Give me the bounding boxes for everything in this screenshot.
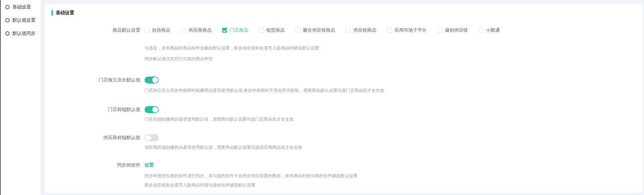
sync-support-hint: 同步默认值仅支持已勾选的商品类型	[144, 56, 643, 62]
checkbox-icon	[144, 28, 149, 33]
checkbox-product-type-3[interactable]: 租赁商品	[259, 27, 285, 33]
sidebar-item-label: 默认值设置	[12, 17, 36, 23]
store-front-default-desc: 门店前端创建商品是否使用默认值，需要商品默认设置勾选门店商品后才会生效	[144, 116, 643, 122]
row-product-default-settings: 商品默认设置 自营商品供应商商品门店商品租赁商品聚合供应链商品供应链商品应用市场…	[51, 27, 643, 33]
checkbox-product-type-8[interactable]: 小鹅通	[479, 27, 500, 33]
checkbox-icon	[295, 28, 300, 33]
row-sync-widget: 同步的挂件 设置	[51, 162, 643, 168]
row-store-backend-default: 门店独立后台默认值	[51, 77, 643, 84]
checkbox-label: 自营商品	[152, 27, 170, 33]
checkbox-product-type-1[interactable]: 供应商商品	[181, 27, 212, 33]
checkbox-icon	[181, 28, 186, 33]
checkbox-product-type-2[interactable]: 门店商品	[222, 27, 248, 33]
header-accent-bar	[51, 10, 53, 16]
checkbox-product-type-5[interactable]: 供应链商品	[346, 27, 376, 33]
row-label: 商品默认设置	[51, 27, 140, 33]
settings-panel: 基础设置 商品默认设置 自营商品供应商商品门店商品租赁商品聚合供应链商品供应链商…	[45, 4, 643, 194]
checkbox-icon	[479, 28, 484, 33]
sidebar-item-2[interactable]: 默认值同步	[5, 30, 41, 37]
checkbox-label: 供应商商品	[189, 27, 212, 33]
store-backend-default-desc: 门店独立后台无挂件权限时创建商品是否使用默认值,有挂件权限时不受此开关影响，需要…	[144, 88, 643, 94]
toggle-knob	[152, 107, 158, 112]
checkbox-product-type-7[interactable]: 盛创供应链	[437, 27, 468, 33]
product-defaults-hint: 勾选后，发布商品时商品挂件会赋值默认设置，聚合供应链则会是导入新商品时赋值默认设…	[144, 45, 643, 51]
checkbox-icon	[259, 28, 264, 33]
checkbox-label: 租赁商品	[266, 27, 285, 33]
checkbox-icon	[387, 28, 392, 33]
toggle-knob	[152, 77, 158, 83]
panel-header: 基础设置	[51, 10, 643, 16]
checkbox-product-type-4[interactable]: 聚合供应链商品	[295, 27, 335, 33]
radio-icon	[5, 5, 10, 9]
radio-icon	[5, 31, 10, 36]
panel-title: 基础设置	[56, 10, 74, 16]
checkbox-checked-icon	[222, 28, 227, 33]
sidebar-nav: 基础设置默认值设置默认值同步	[1, 0, 41, 195]
checkbox-label: 供应链商品	[353, 27, 376, 33]
supplier-front-default-toggle[interactable]	[144, 134, 159, 141]
checkbox-label: 盛创供应链	[445, 27, 468, 33]
checkbox-label: 聚合供应链商品	[303, 27, 335, 33]
sidebar-item-label: 基础设置	[12, 4, 31, 10]
checkbox-product-type-6[interactable]: 应用市场子平台	[387, 27, 427, 33]
store-backend-default-toggle[interactable]	[144, 77, 159, 84]
sync-widget-desc-line1: 同步时按照勾选的挂件进行同步，未勾选的挂件不会同步对应设置的数据，发布商品时按勾…	[144, 173, 643, 179]
row-label: 供应商前端默认值	[51, 135, 140, 141]
radio-icon	[5, 18, 10, 22]
sidebar-item-label: 默认值同步	[12, 30, 36, 37]
sync-widget-settings-link[interactable]: 设置	[144, 162, 154, 168]
checkbox-label: 应用市场子平台	[394, 27, 427, 33]
row-label: 门店独立后台默认值	[51, 77, 140, 83]
supplier-front-default-desc: 供应商前端创建商品是否使用默认值，需要商品默认设置勾选供应商商品后才会生效	[144, 144, 643, 151]
checkbox-product-type-0[interactable]: 自营商品	[144, 27, 170, 33]
checkbox-label: 小鹅通	[486, 27, 500, 33]
store-front-default-toggle[interactable]	[144, 106, 159, 113]
toggle-knob	[145, 135, 151, 141]
product-type-checkbox-group: 自营商品供应商商品门店商品租赁商品聚合供应链商品供应链商品应用市场子平台盛创供应…	[144, 27, 500, 33]
sidebar-item-1[interactable]: 默认值设置	[5, 17, 41, 24]
row-label: 门店前端默认值	[51, 106, 140, 113]
row-supplier-front-default: 供应商前端默认值	[51, 134, 643, 141]
sidebar-item-0[interactable]: 基础设置	[5, 4, 41, 11]
sync-widget-desc-line2: 聚合供应链则会是导入新商品时按勾选的挂件赋值默认设置	[144, 182, 643, 188]
checkbox-label: 门店商品	[230, 27, 248, 33]
checkbox-icon	[346, 28, 351, 33]
checkbox-icon	[437, 28, 442, 33]
row-store-front-default: 门店前端默认值	[51, 106, 643, 113]
row-label: 同步的挂件	[51, 162, 140, 168]
